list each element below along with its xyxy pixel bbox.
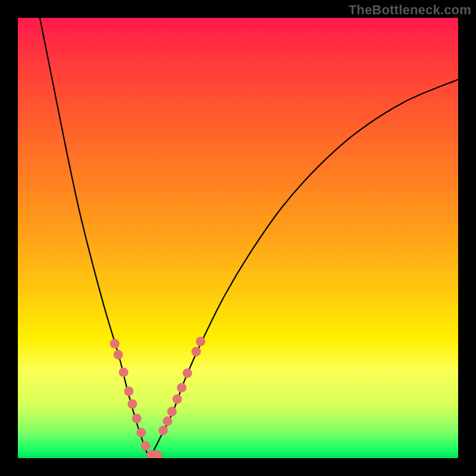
bead-icon <box>132 414 142 423</box>
bead-icon <box>192 347 201 356</box>
bead-icon <box>114 350 123 359</box>
chart-frame: TheBottleneck.com <box>0 0 476 476</box>
bead-icon <box>173 394 182 404</box>
bead-icon <box>158 425 168 435</box>
bead-icon <box>127 399 137 409</box>
bead-icon <box>136 428 146 437</box>
watermark-text: TheBottleneck.com <box>349 2 471 18</box>
right-branch-curve <box>150 80 458 458</box>
bead-icon <box>183 368 192 378</box>
bead-group <box>110 337 205 458</box>
bead-icon <box>177 383 186 393</box>
bead-icon <box>124 387 133 396</box>
bead-icon <box>196 337 205 346</box>
plot-area <box>18 18 458 458</box>
bead-icon <box>167 407 177 416</box>
bead-icon <box>119 368 129 377</box>
bead-icon <box>163 416 173 426</box>
bead-bar <box>146 450 162 458</box>
curves-svg <box>18 18 458 458</box>
bead-icon <box>110 339 120 349</box>
bead-icon <box>141 441 151 450</box>
